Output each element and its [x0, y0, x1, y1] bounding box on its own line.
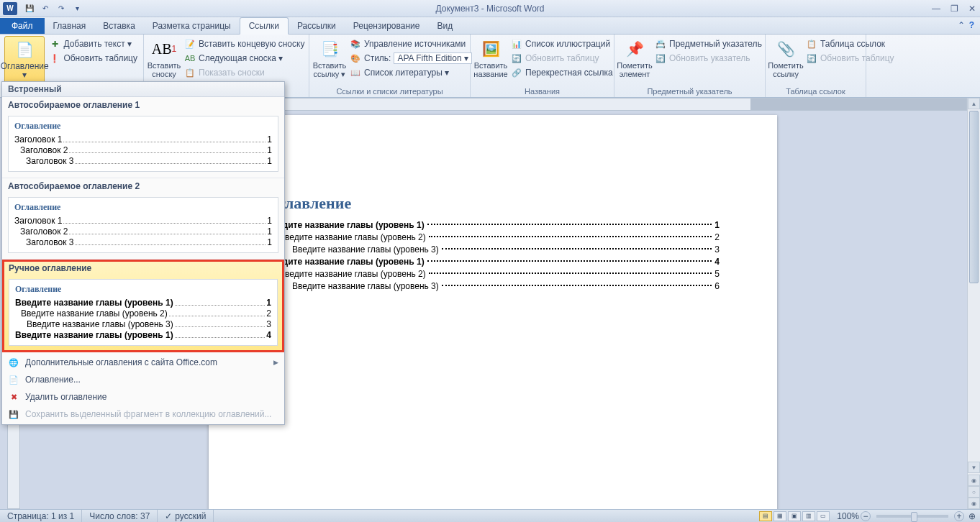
- insert-caption-button[interactable]: 🖼️ Вставить название: [475, 36, 507, 85]
- toc-entry[interactable]: Введите название главы (уровень 3)6: [266, 281, 720, 291]
- ribbon-minimize-icon[interactable]: ⌃: [958, 20, 965, 30]
- group-label-captions: Названия: [471, 87, 614, 96]
- add-text-button[interactable]: ✚Добавить текст ▾: [47, 37, 139, 50]
- help-icon[interactable]: ?: [969, 20, 974, 30]
- toc-entry[interactable]: Введите название главы (уровень 3)3: [266, 244, 720, 255]
- qat-undo-icon[interactable]: ↶: [39, 2, 52, 15]
- figures-icon: 📊: [511, 38, 522, 50]
- tab-layout[interactable]: Разметка страницы: [144, 18, 240, 34]
- toc-entry[interactable]: Введите название главы (уровень 1)4: [266, 257, 720, 267]
- caption-icon: 🖼️: [479, 37, 502, 60]
- view-print-layout-button[interactable]: ▤: [759, 511, 772, 521]
- biblio-icon: 📖: [350, 67, 361, 78]
- toc-dialog-icon: 📄: [8, 374, 19, 385]
- zoom-out-button[interactable]: −: [861, 511, 871, 521]
- next-page-icon[interactable]: ◉: [968, 498, 980, 509]
- gallery-item-auto1[interactable]: Автособираемое оглавление 1 Оглавление З…: [2, 97, 284, 178]
- view-outline-button[interactable]: ▥: [802, 511, 815, 521]
- toc-entry[interactable]: Введите название главы (уровень 2)2: [266, 232, 720, 242]
- group-label-citations: Ссылки и списки литературы: [309, 87, 470, 96]
- tab-review[interactable]: Рецензирование: [345, 18, 429, 34]
- toc-gallery: Встроенный Автособираемое оглавление 1 О…: [1, 81, 285, 425]
- cross-reference-button[interactable]: 🔗Перекрестная ссылка: [509, 66, 614, 79]
- mark-citation-button[interactable]: 📎 Пометить ссылку: [770, 36, 802, 85]
- show-notes-button: 📋Показать сноски: [183, 66, 306, 79]
- tab-view[interactable]: Вид: [428, 18, 461, 34]
- update-toc-button[interactable]: ❗Обновить таблицу: [47, 52, 139, 65]
- prev-page-icon[interactable]: ◉: [968, 475, 980, 486]
- manage-sources-button[interactable]: 📚Управление источниками: [348, 37, 473, 50]
- zoom-slider[interactable]: [876, 515, 948, 518]
- view-reading-button[interactable]: ▦: [773, 511, 786, 521]
- plus-icon: ✚: [49, 38, 60, 50]
- insert-toa-button[interactable]: 📋Таблица ссылок: [804, 37, 896, 50]
- window-title: Документ3 - Microsoft Word: [435, 4, 544, 14]
- index-icon: 📇: [655, 38, 666, 50]
- zoom-fit-button[interactable]: ⊕: [968, 511, 976, 521]
- update-index-icon: 🔄: [655, 52, 666, 64]
- manage-sources-icon: 📚: [350, 38, 361, 50]
- view-web-button[interactable]: ▣: [788, 511, 801, 521]
- insert-footnote-button[interactable]: AB1 Вставить сноску: [148, 36, 180, 85]
- show-notes-icon: 📋: [184, 67, 196, 78]
- gallery-item-auto2[interactable]: Автособираемое оглавление 2 Оглавление З…: [2, 178, 284, 260]
- title-bar: W 💾 ↶ ↷ ▾ Документ3 - Microsoft Word ― ❐…: [0, 0, 980, 17]
- gallery-custom-toc[interactable]: 📄Оглавление...: [2, 371, 284, 388]
- minimize-button[interactable]: ―: [932, 4, 940, 14]
- qat-customize-icon[interactable]: ▾: [71, 2, 83, 15]
- qat-save-icon[interactable]: 💾: [23, 2, 36, 15]
- save-selection-icon: 💾: [8, 408, 19, 420]
- toc-heading: Оглавление: [266, 194, 720, 213]
- status-language[interactable]: ✓русский: [158, 510, 214, 522]
- close-button[interactable]: ✕: [968, 4, 976, 14]
- status-words[interactable]: Число слов: 37: [82, 510, 158, 522]
- tab-insert[interactable]: Вставка: [94, 18, 144, 34]
- insert-endnote-button[interactable]: 📝Вставить концевую сноску: [183, 37, 306, 50]
- insert-citation-button[interactable]: 📑 Вставить ссылку ▾: [314, 36, 345, 85]
- office-icon: 🌐: [8, 357, 19, 368]
- document-page[interactable]: Оглавление Введите название главы (урове…: [209, 115, 777, 522]
- gallery-remove-toc[interactable]: ✖Удалить оглавление: [2, 388, 284, 406]
- update-figures-button: 🔄Обновить таблицу: [509, 52, 614, 65]
- toa-icon: 📋: [806, 38, 817, 50]
- toc-entry[interactable]: Введите название главы (уровень 1)1: [266, 220, 720, 230]
- group-label-index: Предметный указатель: [614, 87, 765, 96]
- gallery-more-office[interactable]: 🌐Дополнительные оглавления с сайта Offic…: [2, 354, 284, 371]
- gallery-save-selection: 💾Сохранить выделенный фрагмент в коллекц…: [2, 406, 284, 423]
- zoom-level[interactable]: 100%: [837, 511, 859, 521]
- toc-button[interactable]: 📄 Оглавление▾: [4, 36, 45, 85]
- insert-index-button[interactable]: 📇Предметный указатель: [653, 37, 763, 50]
- toc-icon: 📄: [13, 38, 36, 61]
- table-of-figures-button[interactable]: 📊Список иллюстраций: [509, 37, 614, 50]
- gallery-item-manual[interactable]: Ручное оглавление Оглавление Введите наз…: [2, 260, 284, 352]
- tab-references[interactable]: Ссылки: [240, 17, 289, 35]
- scroll-up-icon[interactable]: ▲: [968, 98, 980, 109]
- file-tab[interactable]: Файл: [0, 18, 45, 34]
- restore-button[interactable]: ❐: [950, 4, 958, 14]
- footnote-icon: AB1: [153, 37, 176, 60]
- status-page[interactable]: Страница: 1 из 1: [0, 510, 82, 522]
- qat-redo-icon[interactable]: ↷: [55, 2, 68, 15]
- mark-entry-button[interactable]: 📌 Пометить элемент: [619, 36, 650, 85]
- remove-icon: ✖: [8, 391, 19, 403]
- style-icon: 🎨: [350, 52, 361, 64]
- next-footnote-button[interactable]: ABСледующая сноска ▾: [183, 52, 306, 65]
- word-icon: W: [3, 2, 17, 15]
- scroll-thumb[interactable]: [969, 111, 979, 283]
- crossref-icon: 🔗: [511, 67, 522, 78]
- gallery-preview-manual: Оглавление Введите название главы (урове…: [9, 279, 278, 346]
- citation-style-dropdown[interactable]: 🎨Стиль: APA Fifth Edition ▾: [348, 52, 473, 65]
- update-toa-button: 🔄Обновить таблицу: [804, 52, 896, 65]
- tab-home[interactable]: Главная: [45, 18, 95, 34]
- zoom-in-button[interactable]: +: [954, 511, 964, 521]
- browse-object-icon[interactable]: ○: [968, 486, 980, 498]
- proofing-icon: ✓: [165, 511, 172, 521]
- scroll-down-icon[interactable]: ▼: [968, 462, 980, 473]
- update-index-button: 🔄Обновить указатель: [653, 52, 763, 65]
- toc-entry[interactable]: Введите название главы (уровень 2)5: [266, 269, 720, 279]
- vertical-scrollbar[interactable]: ▲ ▼ ◉ ○ ◉: [967, 98, 980, 509]
- view-draft-button[interactable]: ▭: [817, 511, 830, 521]
- update-toa-icon: 🔄: [806, 52, 817, 64]
- bibliography-button[interactable]: 📖Список литературы ▾: [348, 66, 473, 79]
- tab-mailings[interactable]: Рассылки: [289, 18, 345, 34]
